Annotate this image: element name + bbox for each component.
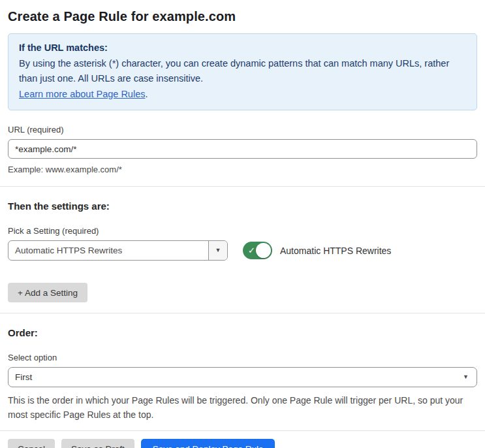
add-setting-button[interactable]: + Add a Setting [8,283,87,302]
order-helper-text: This is the order in which your Page Rul… [8,393,473,422]
order-select[interactable]: First ▼ [8,367,477,387]
chevron-down-icon: ▼ [463,374,469,380]
url-helper-text: Example: www.example.com/* [8,165,477,174]
chevron-down-icon: ▼ [215,248,221,253]
order-select-value: First [15,372,32,382]
save-as-draft-button[interactable]: Save as Draft [61,439,134,448]
pick-setting-label: Pick a Setting (required) [8,226,477,236]
learn-more-link[interactable]: Learn more about Page Rules [19,89,145,99]
create-page-rule-form: Create a Page Rule for example.com If th… [0,9,485,448]
divider [0,430,485,431]
url-match-info-box: If the URL matches: By using the asteris… [8,33,477,110]
url-input[interactable] [8,139,477,159]
check-icon: ✓ [248,245,255,255]
divider [0,313,485,313]
cancel-button[interactable]: Cancel [8,439,55,448]
link-suffix: . [145,89,148,99]
footer-actions: Cancel Save as Draft Save and Deploy Pag… [8,439,477,448]
toggle-knob [256,243,271,258]
setting-toggle-label: Automatic HTTPS Rewrites [280,246,391,256]
setting-picker-row: Automatic HTTPS Rewrites ▼ ✓ Automatic H… [8,240,477,261]
url-field-label: URL (required) [8,125,477,135]
info-box-link-line: Learn more about Page Rules. [19,87,466,103]
divider [0,186,485,187]
save-and-deploy-button[interactable]: Save and Deploy Page Rule [141,439,275,448]
info-box-heading: If the URL matches: [19,40,466,56]
info-box-body: By using the asterisk (*) character, you… [19,56,466,87]
setting-toggle[interactable]: ✓ [243,242,272,259]
setting-select-value: Automatic HTTPS Rewrites [8,241,208,260]
page-title: Create a Page Rule for example.com [8,9,477,24]
setting-select[interactable]: Automatic HTTPS Rewrites ▼ [8,240,228,261]
setting-select-caret-button[interactable]: ▼ [208,241,227,260]
order-select-label: Select option [8,353,477,362]
order-section-heading: Order: [8,327,477,338]
settings-section-heading: Then the settings are: [8,200,477,212]
